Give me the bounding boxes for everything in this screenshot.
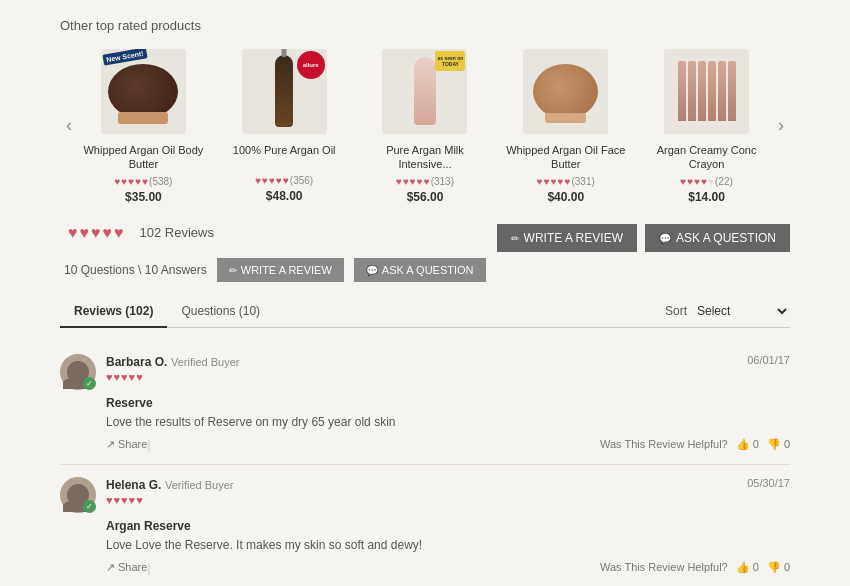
ask-question-label-sm: ASK A QUESTION [382, 264, 474, 276]
product-img-bg-3: as seen on TODAY [382, 49, 467, 134]
big-star-4: ♥ [103, 224, 113, 242]
stick-1 [678, 61, 686, 121]
helpful-yes-1[interactable]: 0 [736, 438, 759, 451]
tab-questions[interactable]: Questions (10) [167, 296, 274, 328]
product-badge-1: New Scent! [102, 49, 147, 66]
product-price-4: $40.00 [500, 190, 631, 204]
reviewer-name-text-2: Helena G. [106, 478, 161, 492]
write-review-button-top[interactable]: WRITE A REVIEW [497, 224, 637, 252]
share-button-2[interactable]: Share [106, 561, 147, 574]
product-img-bg-4 [523, 49, 608, 134]
review-body-1: Love the results of Reserve on my dry 65… [60, 413, 790, 431]
questions-text: 10 Questions \ 10 Answers [64, 263, 207, 277]
product-review-count-3: (313) [431, 176, 454, 187]
avatar-wrap-1: ✓ [60, 354, 96, 390]
star-5-empty: ♥ [708, 176, 714, 187]
product-img-1: New Scent! [78, 47, 209, 135]
helpful-no-1[interactable]: 0 [767, 438, 790, 451]
write-review-label-top: WRITE A REVIEW [524, 231, 623, 245]
r-star-2: ♥ [114, 494, 121, 506]
carousel-prev-button[interactable]: ‹ [60, 115, 78, 136]
r-star-3: ♥ [121, 371, 128, 383]
questions-row: 10 Questions \ 10 Answers WRITE A REVIEW… [60, 258, 790, 282]
share-button-1[interactable]: Share [106, 438, 147, 451]
tabs-bar: Reviews (102) Questions (10) Sort Select… [60, 296, 790, 328]
r-star-3: ♥ [121, 494, 128, 506]
verified-badge-2: ✓ [83, 500, 96, 513]
product-name-3: Pure Argan Milk Intensive... [360, 143, 491, 172]
product-img-2: allure [219, 47, 350, 135]
review-item-1: ✓ Barbara O. Verified Buyer ♥ ♥ ♥ ♥ ♥ [60, 342, 790, 465]
product-name-1: Whipped Argan Oil Body Butter [78, 143, 209, 172]
reviews-list: ✓ Barbara O. Verified Buyer ♥ ♥ ♥ ♥ ♥ [60, 342, 790, 586]
sort-select[interactable]: Select Newest Oldest Highest Rated Lowes… [693, 303, 790, 319]
star-5: ♥ [424, 176, 430, 187]
star-3: ♥ [269, 175, 275, 186]
product-name-5: Argan Creamy Conc Crayon [641, 143, 772, 172]
product-review-count-2: (356) [290, 175, 313, 186]
product-card-5[interactable]: Argan Creamy Conc Crayon ♥ ♥ ♥ ♥ ♥ (22) … [641, 47, 772, 204]
write-review-button-sm[interactable]: WRITE A REVIEW [217, 258, 344, 282]
product-review-count-4: (331) [571, 176, 594, 187]
star-3: ♥ [551, 176, 557, 187]
review-header-1: ✓ Barbara O. Verified Buyer ♥ ♥ ♥ ♥ ♥ [60, 354, 790, 390]
star-4: ♥ [276, 175, 282, 186]
ask-question-button-top[interactable]: ASK A QUESTION [645, 224, 790, 252]
product-price-3: $56.00 [360, 190, 491, 204]
divider-dot-2: | [147, 560, 150, 575]
big-star-1: ♥ [68, 224, 78, 242]
pencil-icon [511, 231, 519, 245]
ask-question-button-sm[interactable]: ASK A QUESTION [354, 258, 486, 282]
helpful-yes-count-1: 0 [753, 438, 759, 450]
stick-4 [708, 61, 716, 121]
product-visual-2 [275, 55, 293, 127]
product-card-2[interactable]: allure 100% Pure Argan Oil ♥ ♥ ♥ ♥ ♥ (35… [219, 47, 350, 204]
helpful-no-2[interactable]: 0 [767, 561, 790, 574]
reviewer-info-1: Barbara O. Verified Buyer ♥ ♥ ♥ ♥ ♥ [106, 354, 747, 383]
pencil-icon-sm [229, 264, 237, 276]
share-label-2: Share [118, 561, 147, 573]
product-stars-2: ♥ ♥ ♥ ♥ ♥ (356) [219, 175, 350, 186]
tab-reviews[interactable]: Reviews (102) [60, 296, 167, 328]
product-img-bg-1: New Scent! [101, 49, 186, 134]
star-2: ♥ [544, 176, 550, 187]
sort-label: Sort [665, 304, 687, 318]
stick-3 [698, 61, 706, 121]
star-2: ♥ [403, 176, 409, 187]
r-star-4: ♥ [129, 371, 136, 383]
product-carousel: ‹ New Scent! Whipped Argan Oil Body Butt… [60, 47, 790, 204]
product-img-bg-5 [664, 49, 749, 134]
star-4: ♥ [417, 176, 423, 187]
product-card-3[interactable]: as seen on TODAY Pure Argan Milk Intensi… [360, 47, 491, 204]
product-name-2: 100% Pure Argan Oil [219, 143, 350, 171]
reviewer-name-wrap-2: Helena G. Verified Buyer [106, 477, 747, 492]
helpful-yes-2[interactable]: 0 [736, 561, 759, 574]
total-review-count: 102 Reviews [140, 225, 214, 240]
write-review-label-sm: WRITE A REVIEW [241, 264, 332, 276]
reviewer-name-1: Barbara O. Verified Buyer [106, 354, 747, 369]
review-title-2: Argan Reserve [60, 519, 790, 533]
star-3: ♥ [128, 176, 134, 187]
carousel-next-button[interactable]: › [772, 115, 790, 136]
star-4: ♥ [701, 176, 707, 187]
r-star-4: ♥ [129, 494, 136, 506]
products-row: New Scent! Whipped Argan Oil Body Butter… [78, 47, 772, 204]
product-badge-3: as seen on TODAY [435, 51, 465, 71]
section-title: Other top rated products [60, 18, 790, 33]
divider-dot-1: | [147, 437, 150, 452]
speech-icon-top [659, 231, 671, 245]
product-card-1[interactable]: New Scent! Whipped Argan Oil Body Butter… [78, 47, 209, 204]
helpful-yes-count-2: 0 [753, 561, 759, 573]
page-container: Other top rated products ‹ New Scent! Wh… [0, 0, 850, 586]
star-2: ♥ [121, 176, 127, 187]
product-price-2: $48.00 [219, 189, 350, 203]
r-star-5: ♥ [136, 371, 143, 383]
product-stars-3: ♥ ♥ ♥ ♥ ♥ (313) [360, 176, 491, 187]
product-card-4[interactable]: Whipped Argan Oil Face Butter ♥ ♥ ♥ ♥ ♥ … [500, 47, 631, 204]
star-4: ♥ [135, 176, 141, 187]
summary-stars: ♥ ♥ ♥ ♥ ♥ [68, 224, 124, 242]
review-footer-1: Share | Was This Review Helpful? 0 0 [60, 437, 790, 452]
r-star-1: ♥ [106, 494, 113, 506]
helpful-text-1: Was This Review Helpful? [600, 438, 728, 450]
helpful-area-2: Was This Review Helpful? 0 0 [600, 561, 790, 574]
